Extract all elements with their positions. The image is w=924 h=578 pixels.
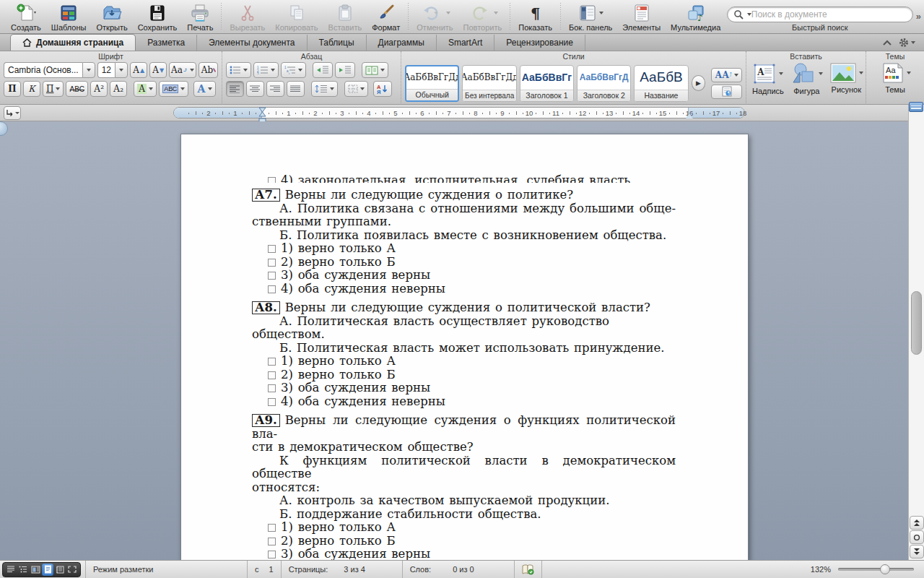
text-line: А8.Верны ли следующие суждения о политич…	[252, 301, 676, 315]
publishing-view-button[interactable]	[30, 564, 41, 576]
sidebar-button[interactable]: Бок. панель	[564, 1, 617, 32]
align-right-button[interactable]	[266, 81, 284, 97]
print-button[interactable]: Печать	[182, 1, 218, 32]
borders-button[interactable]	[344, 81, 368, 97]
change-case-button[interactable]: Аа⤴	[169, 62, 196, 78]
spelling-status[interactable]	[515, 561, 542, 578]
themes-button[interactable]: Аа Темы	[870, 62, 920, 94]
ribbon-settings-button[interactable]	[899, 38, 915, 48]
vertical-scrollbar[interactable]	[908, 105, 924, 560]
ruler-tick	[389, 113, 390, 114]
tab-layout[interactable]: Разметка	[136, 35, 197, 51]
open-button[interactable]: Открыть	[91, 1, 132, 32]
view-mode-status[interactable]: Режим разметки	[85, 561, 248, 578]
styles-pane-button[interactable]: ¶	[711, 85, 742, 99]
browse-object-button[interactable]	[910, 530, 924, 544]
undo-button[interactable]: Отменить	[411, 1, 458, 32]
increase-indent-button[interactable]	[335, 62, 355, 78]
templates-button[interactable]: Шаблоны	[46, 1, 92, 32]
search-box[interactable]	[727, 7, 913, 22]
scrollbar-thumb[interactable]	[911, 291, 922, 355]
toolbar-separator	[221, 3, 222, 30]
ruler-tick	[402, 113, 403, 114]
shrink-font-button[interactable]: А▼	[149, 62, 167, 78]
font-color-button[interactable]: А	[193, 81, 215, 97]
format-painter-button[interactable]: Формат	[367, 1, 405, 32]
decrease-indent-button[interactable]	[313, 62, 333, 78]
style-no-spacing[interactable]: АаБбВвГгДд Без интервала	[462, 65, 516, 102]
tab-document-elements[interactable]: Элементы документа	[197, 35, 307, 51]
bold-button[interactable]: П	[4, 81, 21, 97]
grow-font-button[interactable]: А▲	[130, 62, 147, 78]
tab-review[interactable]: Рецензирование	[494, 35, 585, 51]
justify-button[interactable]	[287, 81, 305, 97]
right-indent-marker[interactable]	[686, 113, 693, 118]
pages-status[interactable]: Страницы: 3 из 4	[282, 561, 403, 578]
shape-button[interactable]: Фигура	[788, 62, 825, 95]
align-center-button[interactable]	[246, 81, 264, 97]
outline-view-button[interactable]	[17, 564, 29, 576]
style-normal[interactable]: АаБбВвГгДд Обычный	[405, 65, 459, 102]
multilevel-list-button[interactable]: 1ai	[281, 62, 306, 78]
tab-stop-selector[interactable]	[4, 106, 21, 120]
draft-view-button[interactable]	[5, 564, 17, 576]
text-line: 2) верно только Б	[252, 368, 676, 382]
zoom-slider-knob[interactable]	[880, 564, 890, 574]
section-status[interactable]: с 1	[248, 561, 282, 578]
font-size-combo[interactable]: 12	[97, 62, 128, 78]
new-document-button[interactable]: Создать	[6, 1, 46, 32]
italic-button[interactable]: К	[23, 81, 40, 97]
previous-page-button[interactable]	[910, 516, 924, 530]
more-styles-button[interactable]: ▶	[692, 75, 706, 91]
elements-button[interactable]: Элементы	[617, 1, 666, 32]
tab-charts[interactable]: Диаграммы	[367, 35, 437, 51]
tab-tables[interactable]: Таблицы	[308, 35, 367, 51]
strikethrough-button[interactable]: ABC	[66, 81, 88, 97]
redo-button[interactable]: Повторить	[458, 1, 507, 32]
document-area[interactable]: 4) законодательная, исполнительная, суде…	[0, 121, 924, 560]
font-name-dropdown[interactable]	[82, 62, 95, 78]
line-spacing-button[interactable]	[311, 81, 338, 97]
sort-button[interactable]: АЯ	[373, 81, 392, 97]
paste-button[interactable]: Вставить	[323, 1, 367, 32]
underline-button[interactable]: П	[43, 81, 64, 97]
print-layout-view-button[interactable]	[42, 564, 53, 576]
font-size-dropdown[interactable]	[115, 62, 128, 78]
subscript-button[interactable]: А₂	[110, 81, 127, 97]
document-page[interactable]: 4) законодательная, исполнительная, суде…	[180, 134, 749, 560]
next-page-button[interactable]	[910, 545, 924, 558]
notebook-view-button[interactable]	[54, 564, 66, 576]
copy-button[interactable]: Копировать	[270, 1, 323, 32]
save-button[interactable]: Сохранить	[133, 1, 183, 32]
words-status[interactable]: Слов: 0 из 0	[403, 561, 515, 578]
textbox-button[interactable]: А Надпись	[750, 62, 786, 95]
change-styles-button[interactable]: АА⤴	[711, 68, 742, 82]
bullets-button[interactable]	[226, 62, 251, 78]
style-title[interactable]: АаБбВ Название	[634, 65, 688, 102]
numbering-button[interactable]: 123	[253, 62, 279, 78]
style-heading2[interactable]: АаБбВвГгД Заголовок 2	[577, 65, 631, 102]
columns-button[interactable]	[362, 62, 388, 78]
collapse-ribbon-button[interactable]	[883, 40, 892, 46]
media-button[interactable]: ♪ Мультимедиа	[666, 1, 725, 32]
style-heading1[interactable]: АаБбВвГг Заголовок 1	[520, 65, 574, 102]
focus-view-button[interactable]	[66, 564, 78, 576]
cut-button[interactable]: Вырезать	[225, 1, 270, 32]
clear-formatting-button[interactable]: Ab	[199, 62, 218, 78]
tab-smartart[interactable]: SmartArt	[437, 35, 494, 51]
ruler[interactable]: 21123456789101112131415161718	[173, 107, 745, 118]
show-marks-button[interactable]: ¶ Показать	[513, 1, 557, 32]
font-name-combo[interactable]: Cambria (Основ...	[4, 62, 95, 78]
text-line: А7.Верны ли следующие суждения о политик…	[252, 189, 676, 202]
search-input[interactable]	[751, 9, 907, 20]
align-left-button[interactable]	[226, 81, 244, 97]
tab-home[interactable]: Домашняя страница	[10, 34, 136, 51]
toolbar-overflow-chevron[interactable]: »	[916, 11, 920, 22]
split-window-handle[interactable]	[909, 102, 923, 112]
picture-button[interactable]: Рисунок	[827, 62, 866, 94]
superscript-button[interactable]: А²	[90, 81, 108, 97]
highlight-button[interactable]: А	[134, 81, 157, 97]
shading-button[interactable]: АВС	[159, 81, 188, 97]
zoom-slider[interactable]	[838, 568, 914, 571]
ruler-tick	[469, 113, 470, 114]
